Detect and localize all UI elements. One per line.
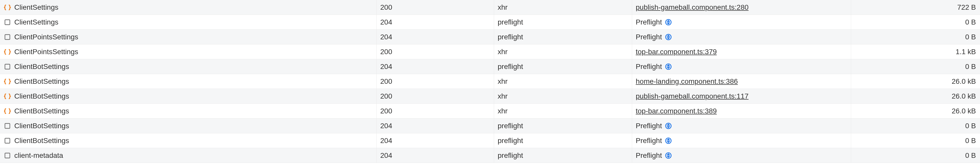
status-cell: 204 <box>377 59 494 74</box>
name-cell: ClientBotSettings <box>0 104 377 118</box>
status-code: 204 <box>380 152 392 160</box>
status-code: 200 <box>380 48 392 56</box>
preflight-swap-icon[interactable] <box>665 137 672 145</box>
request-type: preflight <box>498 33 523 41</box>
status-cell: 204 <box>377 148 494 163</box>
initiator-link[interactable]: top-bar.component.ts:379 <box>636 48 717 56</box>
initiator-cell: Preflight <box>632 133 851 148</box>
status-code: 204 <box>380 137 392 145</box>
json-braces-icon <box>3 78 11 85</box>
table-row[interactable]: ClientBotSettings200xhrtop-bar.component… <box>0 104 980 118</box>
json-braces-icon <box>3 3 11 11</box>
size-cell: 26.0 kB <box>851 89 980 104</box>
request-type: preflight <box>498 18 523 26</box>
document-icon <box>3 63 11 70</box>
size-cell: 1.1 kB <box>851 45 980 59</box>
name-cell: ClientBotSettings <box>0 59 377 74</box>
initiator-cell: Preflight <box>632 59 851 74</box>
type-cell: xhr <box>494 0 632 14</box>
status-code: 200 <box>380 77 392 86</box>
initiator-link[interactable]: top-bar.component.ts:389 <box>636 107 717 115</box>
initiator-link[interactable]: home-landing.component.ts:386 <box>636 77 738 86</box>
table-row[interactable]: ClientBotSettings204preflightPreflight 0… <box>0 118 980 133</box>
size-cell: 0 B <box>851 148 980 163</box>
svg-rect-6 <box>5 123 10 128</box>
size-cell: 0 B <box>851 118 980 133</box>
initiator-cell: top-bar.component.ts:379 <box>632 45 851 59</box>
type-cell: preflight <box>494 133 632 148</box>
table-row[interactable]: ClientSettings200xhrpublish-gameball.com… <box>0 0 980 15</box>
svg-rect-0 <box>5 20 10 24</box>
response-size: 26.0 kB <box>952 77 976 86</box>
initiator-link[interactable]: publish-gameball.component.ts:280 <box>636 3 749 11</box>
status-cell: 200 <box>377 104 494 118</box>
initiator-preflight-label: Preflight <box>636 122 662 130</box>
response-size: 722 B <box>957 3 976 11</box>
response-size: 26.0 kB <box>952 107 976 115</box>
table-row[interactable]: ClientPointsSettings204preflightPrefligh… <box>0 30 980 45</box>
name-cell: ClientPointsSettings <box>0 30 377 44</box>
size-cell: 0 B <box>851 59 980 74</box>
request-name: ClientPointsSettings <box>14 33 78 41</box>
initiator-cell: top-bar.component.ts:389 <box>632 104 851 118</box>
initiator-link[interactable]: publish-gameball.component.ts:117 <box>636 92 749 101</box>
status-cell: 200 <box>377 89 494 104</box>
size-cell: 26.0 kB <box>851 104 980 118</box>
response-size: 0 B <box>965 122 976 130</box>
initiator-preflight-label: Preflight <box>636 33 662 41</box>
response-size: 0 B <box>965 18 976 26</box>
preflight-swap-icon[interactable] <box>665 18 672 26</box>
size-cell: 26.0 kB <box>851 74 980 89</box>
name-cell: ClientBotSettings <box>0 89 377 104</box>
table-row[interactable]: ClientBotSettings204preflightPreflight 0… <box>0 133 980 148</box>
size-cell: 0 B <box>851 30 980 44</box>
name-cell: ClientBotSettings <box>0 118 377 133</box>
status-code: 200 <box>380 3 392 11</box>
table-row[interactable]: ClientSettings204preflightPreflight 0 B <box>0 15 980 30</box>
initiator-cell: Preflight <box>632 30 851 44</box>
initiator-cell: publish-gameball.component.ts:117 <box>632 89 851 104</box>
table-row[interactable]: ClientPointsSettings200xhrtop-bar.compon… <box>0 45 980 59</box>
table-row[interactable]: ClientBotSettings200xhrhome-landing.comp… <box>0 74 980 89</box>
initiator-cell: Preflight <box>632 148 851 163</box>
type-cell: xhr <box>494 89 632 104</box>
preflight-swap-icon[interactable] <box>665 152 672 160</box>
name-cell: ClientSettings <box>0 15 377 29</box>
response-size: 0 B <box>965 152 976 160</box>
document-icon <box>3 152 11 160</box>
response-size: 0 B <box>965 62 976 71</box>
request-name: ClientBotSettings <box>14 77 69 86</box>
initiator-preflight-label: Preflight <box>636 18 662 26</box>
status-code: 204 <box>380 33 392 41</box>
preflight-swap-icon[interactable] <box>665 122 672 130</box>
type-cell: xhr <box>494 104 632 118</box>
table-row[interactable]: client-metadata204preflightPreflight 0 B <box>0 148 980 163</box>
request-type: preflight <box>498 137 523 145</box>
document-icon <box>3 33 11 41</box>
preflight-swap-icon[interactable] <box>665 63 672 70</box>
response-size: 1.1 kB <box>956 48 976 56</box>
status-cell: 204 <box>377 15 494 29</box>
status-code: 200 <box>380 107 392 115</box>
status-cell: 204 <box>377 118 494 133</box>
table-row[interactable]: ClientBotSettings200xhrpublish-gameball.… <box>0 89 980 104</box>
table-row[interactable]: ClientBotSettings204preflightPreflight 0… <box>0 59 980 74</box>
initiator-preflight-label: Preflight <box>636 152 662 160</box>
type-cell: preflight <box>494 118 632 133</box>
initiator-cell: Preflight <box>632 118 851 133</box>
response-size: 0 B <box>965 33 976 41</box>
json-braces-icon <box>3 48 11 56</box>
svg-rect-10 <box>5 153 10 158</box>
name-cell: client-metadata <box>0 148 377 163</box>
preflight-swap-icon[interactable] <box>665 33 672 41</box>
type-cell: preflight <box>494 148 632 163</box>
initiator-cell: home-landing.component.ts:386 <box>632 74 851 89</box>
request-type: preflight <box>498 122 523 130</box>
initiator-cell: Preflight <box>632 15 851 29</box>
name-cell: ClientPointsSettings <box>0 45 377 59</box>
request-name: ClientBotSettings <box>14 62 69 71</box>
status-code: 200 <box>380 92 392 101</box>
request-name: ClientBotSettings <box>14 122 69 130</box>
status-code: 204 <box>380 62 392 71</box>
request-name: ClientPointsSettings <box>14 48 78 56</box>
